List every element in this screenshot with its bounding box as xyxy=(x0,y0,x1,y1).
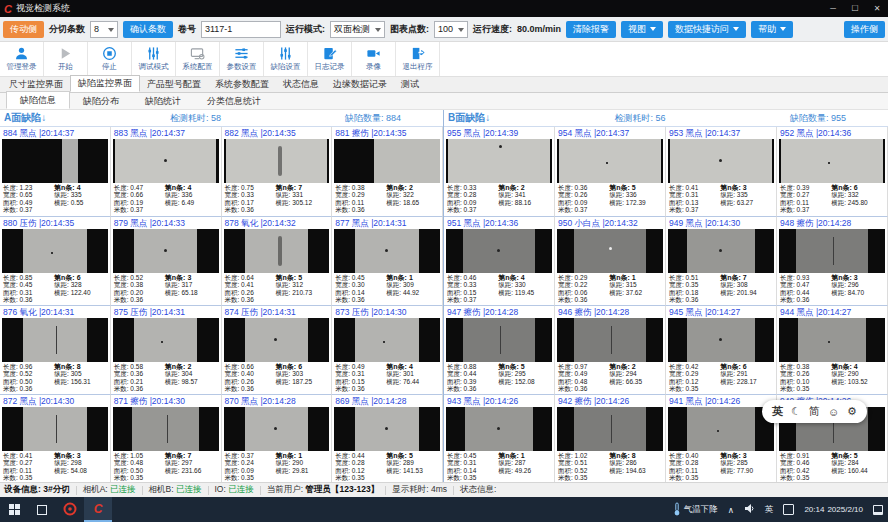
defect-card[interactable]: 877 黑点 |20:14:31长度: 0.45宽度: 0.30面积: 0.14… xyxy=(332,216,443,305)
tab-4[interactable]: 状态信息 xyxy=(276,77,326,92)
strip-count-select[interactable]: 8 xyxy=(90,21,118,38)
defect-card[interactable]: 873 压伤 |20:14:30长度: 0.49宽度: 0.31面积: 0.15… xyxy=(332,305,443,394)
defect-card[interactable]: 942 擦伤 |20:14:26长度: 1.02宽度: 0.51面积: 0.52… xyxy=(555,394,666,482)
defect-card[interactable]: 884 黑点 |20:14:37长度: 1.23宽度: 0.65面积: 0.49… xyxy=(0,127,111,216)
drive-side-button[interactable]: 传动侧 xyxy=(3,21,44,38)
chevron-down-icon xyxy=(650,27,656,31)
defect-card[interactable]: 876 氧化 |20:14:31长度: 0.96宽度: 0.52面积: 0.50… xyxy=(0,305,111,394)
ime-language-bar[interactable]: 英 ☾ 简 ☺ ⚙ xyxy=(762,400,867,423)
minimize-button[interactable]: ─ xyxy=(822,0,844,17)
emoji-face-icon[interactable]: ☺ xyxy=(828,406,839,418)
quick-access-menu-button[interactable]: 数据快捷访问 xyxy=(668,21,746,38)
start-button[interactable] xyxy=(0,497,28,522)
defect-card[interactable]: 871 擦伤 |20:14:30长度: 1.05宽度: 0.48面积: 0.50… xyxy=(111,394,222,482)
defect-card[interactable]: 952 黑点 |20:14:36长度: 0.39宽度: 0.27面积: 0.11… xyxy=(777,127,888,216)
ime-simplified-toggle[interactable]: 简 xyxy=(809,404,820,419)
defect-card[interactable]: 947 擦伤 |20:14:28长度: 0.88宽度: 0.44面积: 0.39… xyxy=(444,305,555,394)
defect-card[interactable]: 882 黑点 |20:14:35长度: 0.75宽度: 0.33面积: 0.17… xyxy=(222,127,333,216)
ime-mode-button[interactable] xyxy=(778,497,799,522)
defect-card[interactable]: 874 压伤 |20:14:31长度: 0.66宽度: 0.40面积: 0.26… xyxy=(222,305,333,394)
defect-card[interactable]: 870 黑点 |20:14:28长度: 0.37宽度: 0.24面积: 0.09… xyxy=(222,394,333,482)
close-button[interactable]: ✕ xyxy=(866,0,888,17)
panel-a-defect-count: 缺陷数量: 884 xyxy=(345,112,401,125)
defect-thumbnail xyxy=(668,407,774,451)
tab-1[interactable]: 缺陷监控界面 xyxy=(70,75,140,92)
stop-button[interactable]: 停止 xyxy=(88,42,132,76)
subtab-0[interactable]: 缺陷信息 xyxy=(6,91,70,109)
notification-center-button[interactable] xyxy=(868,497,888,522)
defect-card[interactable]: 872 黑点 |20:14:30长度: 0.41宽度: 0.27面积: 0.11… xyxy=(0,394,111,482)
defect-card[interactable]: 945 黑点 |20:14:27长度: 0.42宽度: 0.29面积: 0.12… xyxy=(666,305,777,394)
pinned-app-button[interactable] xyxy=(56,497,84,522)
panel-a-detect-time: 检测耗时: 58 xyxy=(170,112,221,125)
start-button[interactable]: 开始 xyxy=(44,42,88,76)
tab-2[interactable]: 产品型号配置 xyxy=(140,77,208,92)
defect-card[interactable]: 950 小白点 |20:14:32长度: 0.29宽度: 0.22面积: 0.0… xyxy=(555,216,666,305)
clear-alarm-button[interactable]: 清除报警 xyxy=(566,21,616,38)
chart-points-select[interactable]: 100 xyxy=(434,21,468,38)
admin-login-button[interactable]: 管理登录 xyxy=(0,42,44,76)
strip-count-label: 分切条数 xyxy=(49,23,85,36)
task-view-button[interactable] xyxy=(28,497,56,522)
clock[interactable]: 20:14 2025/2/10 xyxy=(799,497,868,522)
view-menu-button[interactable]: 视图 xyxy=(621,21,663,38)
defect-card[interactable]: 943 黑点 |20:14:26长度: 0.45宽度: 0.31面积: 0.14… xyxy=(444,394,555,482)
operator-side-button[interactable]: 操作侧 xyxy=(844,21,885,38)
windows-taskbar: C 气温下降 ∧ 英 20:14 2025/2/10 xyxy=(0,497,888,522)
defect-card[interactable]: 869 黑点 |20:14:28长度: 0.44宽度: 0.28面积: 0.12… xyxy=(332,394,443,482)
active-app-button[interactable]: C xyxy=(84,497,112,522)
defect-card[interactable]: 875 压伤 |20:14:31长度: 0.58宽度: 0.36面积: 0.21… xyxy=(111,305,222,394)
ime-english-toggle[interactable]: 英 xyxy=(772,404,783,419)
tray-expand-button[interactable]: ∧ xyxy=(723,497,739,522)
tab-6[interactable]: 测试 xyxy=(394,77,426,92)
run-speed-label: 运行速度: xyxy=(473,23,512,36)
defect-card[interactable]: 881 擦伤 |20:14:35长度: 0.38宽度: 0.29面积: 0.11… xyxy=(332,127,443,216)
debug-mode-button[interactable]: 调试模式 xyxy=(132,42,176,76)
defect-card[interactable]: 944 黑点 |20:14:27长度: 0.38宽度: 0.26面积: 0.10… xyxy=(777,305,888,394)
defect-card-header: 877 黑点 |20:14:31 xyxy=(332,217,442,229)
defect-card[interactable]: 949 黑点 |20:14:30长度: 0.51宽度: 0.35面积: 0.18… xyxy=(666,216,777,305)
help-menu-button[interactable]: 帮助 xyxy=(751,21,793,38)
exit-program-button[interactable]: 退出程序 xyxy=(396,42,440,76)
defect-card[interactable]: 948 擦伤 |20:14:28长度: 0.93宽度: 0.47面积: 0.44… xyxy=(777,216,888,305)
defect-card[interactable]: 879 黑点 |20:14:33长度: 0.52宽度: 0.38面积: 0.20… xyxy=(111,216,222,305)
run-mode-select[interactable]: 双面检测 xyxy=(330,21,385,38)
system-config-button[interactable]: 系统配置 xyxy=(176,42,220,76)
maximize-button[interactable]: ☐ xyxy=(844,0,866,17)
defect-card[interactable]: 955 黑点 |20:14:39长度: 0.33宽度: 0.28面积: 0.09… xyxy=(444,127,555,216)
defect-card[interactable]: 953 黑点 |20:14:37长度: 0.41宽度: 0.31面积: 0.13… xyxy=(666,127,777,216)
defect-card[interactable]: 883 黑点 |20:14:37长度: 0.47宽度: 0.66面积: 0.19… xyxy=(111,127,222,216)
defect-thumbnail xyxy=(224,407,330,451)
defect-card-info: 长度: 0.51宽度: 0.35面积: 0.18米数: 0.36第n条: 7纵距… xyxy=(666,273,776,305)
system-monitor-icon xyxy=(190,46,205,61)
moon-icon[interactable]: ☾ xyxy=(791,405,801,418)
record-video-button[interactable]: 录像 xyxy=(352,42,396,76)
ime-language-indicator[interactable]: 英 xyxy=(760,497,779,522)
log-record-button[interactable]: 日志记录 xyxy=(308,42,352,76)
confirm-strip-count-button[interactable]: 确认条数 xyxy=(123,21,173,38)
defect-card[interactable]: 880 压伤 |20:14:35长度: 0.85宽度: 0.45面积: 0.31… xyxy=(0,216,111,305)
defect-card[interactable]: 941 黑点 |20:14:26长度: 0.40宽度: 0.28面积: 0.11… xyxy=(666,394,777,482)
defect-card[interactable]: 951 黑点 |20:14:36长度: 0.46宽度: 0.33面积: 0.15… xyxy=(444,216,555,305)
tab-5[interactable]: 边缘数据记录 xyxy=(326,77,394,92)
divider xyxy=(385,486,386,495)
defect-thumbnail xyxy=(557,407,663,451)
subtab-1[interactable]: 缺陷分布 xyxy=(70,93,132,109)
defect-settings-button[interactable]: 缺陷设置 xyxy=(264,42,308,76)
subtab-2[interactable]: 缺陷统计 xyxy=(132,93,194,109)
volume-button[interactable] xyxy=(739,497,760,522)
defect-card-header: 955 黑点 |20:14:39 xyxy=(444,127,554,139)
defect-card-info: 长度: 1.02宽度: 0.51面积: 0.52米数: 0.35第n条: 8纵距… xyxy=(555,451,665,482)
divider xyxy=(142,486,143,495)
defect-card[interactable]: 954 黑点 |20:14:37长度: 0.36宽度: 0.26面积: 0.09… xyxy=(555,127,666,216)
gear-icon[interactable]: ⚙ xyxy=(847,405,857,418)
roll-number-input[interactable]: 3117-1 xyxy=(201,21,281,38)
tab-3[interactable]: 系统参数配置 xyxy=(208,77,276,92)
weather-tray-item[interactable]: 气温下降 xyxy=(668,497,723,522)
defect-card[interactable]: 946 擦伤 |20:14:28长度: 0.97宽度: 0.49面积: 0.48… xyxy=(555,305,666,394)
parameter-settings-button[interactable]: 参数设置 xyxy=(220,42,264,76)
tab-0[interactable]: 尺寸监控界面 xyxy=(2,77,70,92)
subtab-3[interactable]: 分类信息统计 xyxy=(194,93,274,109)
defect-card[interactable]: 878 氧化 |20:14:32长度: 0.64宽度: 0.41面积: 0.26… xyxy=(222,216,333,305)
defect-card-info: 长度: 0.85宽度: 0.45面积: 0.31米数: 0.36第n条: 6纵距… xyxy=(0,273,110,305)
